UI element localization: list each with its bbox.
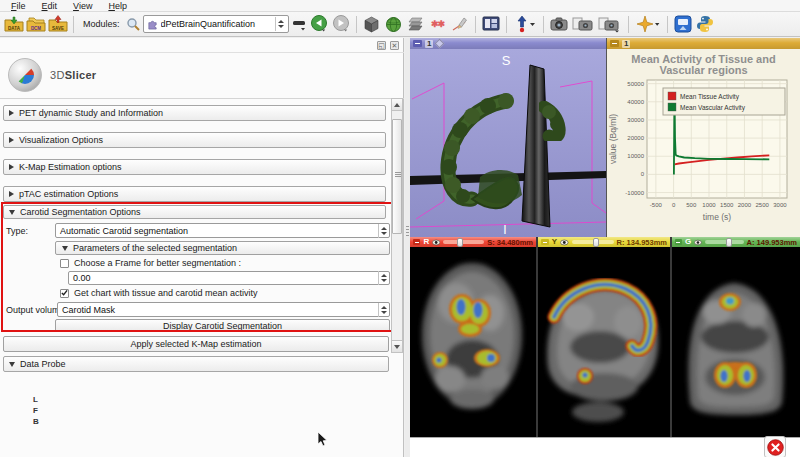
collapsed-arrow-icon (9, 110, 14, 116)
scrollbar-down-icon[interactable] (392, 340, 402, 352)
minimize-view-icon[interactable] (610, 40, 619, 47)
mouse-cursor (317, 431, 329, 447)
slice-offset-value: R: 134.953mm (617, 238, 667, 247)
chart-checkbox[interactable] (60, 289, 69, 298)
dicom-icon[interactable]: DCM (26, 14, 46, 34)
collapsed-arrow-icon (9, 164, 14, 170)
visibility-eye-icon[interactable] (432, 239, 440, 246)
scene-view-restore-icon[interactable] (597, 14, 623, 34)
section-kmap-estimation[interactable]: K-Map Estimation options (3, 159, 386, 175)
slice-green-header[interactable]: G A: 149.953mm (672, 237, 800, 247)
section-label: pTAC estimation Options (19, 189, 118, 199)
menu-view[interactable]: View (66, 1, 99, 11)
frame-spinbox[interactable]: 0.00 (68, 271, 390, 285)
undock-panel-icon[interactable]: ◱ (377, 41, 386, 50)
module-search-icon[interactable] (125, 14, 141, 34)
scene-cube-icon[interactable] (362, 14, 382, 34)
slider-handle[interactable] (457, 238, 463, 247)
close-error-log-button[interactable] (764, 436, 786, 457)
apply-kmap-estimation-button[interactable]: Apply selected K-Map estimation (3, 336, 389, 352)
panel-scrollbar[interactable] (391, 98, 403, 353)
minimize-view-icon[interactable] (413, 239, 420, 245)
chart-plot: -500050010001500200025003000-10000010000… (607, 76, 800, 226)
scene-view-capture-icon[interactable] (571, 14, 595, 34)
output-volume-value: Carotid Mask (58, 305, 378, 315)
carotid-segmentation-model (441, 93, 522, 208)
minimize-view-icon[interactable] (413, 40, 422, 47)
layout-selector-icon[interactable] (481, 14, 501, 34)
frame-spinbox-arrows[interactable] (378, 271, 389, 285)
coronal-slice-image[interactable] (672, 247, 800, 437)
minimize-view-icon[interactable] (541, 239, 549, 245)
activity-chart[interactable]: Mean Activity of Tissue and Vascular reg… (607, 49, 800, 237)
module-selector-combobox[interactable]: dPetBrainQuantification (143, 15, 289, 33)
section-visualization-options[interactable]: Visualization Options (3, 132, 386, 148)
menu-help[interactable]: Help (101, 1, 134, 11)
section-data-probe[interactable]: Data Probe (3, 356, 389, 372)
minimize-view-icon[interactable] (675, 239, 682, 245)
slice-red-header[interactable]: R S: 34.480mm (410, 237, 536, 247)
probe-layer-f-label: F (33, 406, 38, 415)
module-history-icon[interactable] (291, 14, 307, 34)
frame-checkbox[interactable] (60, 259, 69, 268)
screenshot-camera-icon[interactable] (549, 14, 569, 34)
menu-bar: File Edit View Help (0, 0, 800, 12)
menu-edit[interactable]: Edit (35, 1, 65, 11)
slice-offset-slider[interactable] (705, 240, 743, 244)
chart-checkbox-row: Get chart with tissue and carotid mean a… (60, 288, 258, 298)
section-pet-dynamic-study[interactable]: PET dynamic Study and Information (3, 105, 386, 121)
section-carotid-segmentation[interactable]: Carotid Segmentation Options (3, 205, 386, 219)
output-volume-spin[interactable] (378, 303, 389, 317)
chart-view-header[interactable]: 1 (607, 38, 800, 49)
ruler-pencil-icon[interactable] (450, 14, 470, 34)
status-bar (410, 437, 800, 457)
parameters-collapsible-button[interactable]: Parameters of the selected segmentation (55, 241, 390, 255)
slice-view-red: R S: 34.480mm (410, 237, 536, 437)
module-selector-value: dPetBrainQuantification (161, 19, 272, 29)
crosshair-navigation-icon[interactable] (512, 14, 538, 34)
segmentation-type-combobox[interactable]: Automatic Carotid segmentation (55, 223, 390, 238)
slice-offset-slider[interactable] (443, 240, 484, 244)
slider-handle[interactable] (726, 238, 732, 247)
close-panel-icon[interactable]: ✕ (390, 41, 399, 50)
view-3d-header[interactable]: 1 (410, 38, 606, 49)
section-label: Data Probe (20, 359, 66, 369)
apply-button-label: Apply selected K-Map estimation (130, 339, 261, 349)
axial-slice-image[interactable] (410, 247, 536, 437)
menu-file[interactable]: File (4, 1, 33, 11)
python-console-icon[interactable] (695, 14, 715, 34)
toolbar-separator (356, 16, 357, 33)
globe-icon[interactable] (384, 14, 404, 34)
visibility-eye-icon[interactable] (560, 239, 569, 246)
segmentation-type-spin[interactable] (378, 224, 389, 238)
history-forward-icon[interactable] (331, 14, 351, 34)
slice-yellow-header[interactable]: Y R: 134.953mm (538, 237, 670, 247)
crosshair-star-icon[interactable] (634, 14, 662, 34)
scrollbar-up-icon[interactable] (392, 99, 402, 111)
segmentation-type-value: Automatic Carotid segmentation (56, 226, 378, 236)
load-data-icon[interactable]: DATA (4, 14, 24, 34)
svg-text:40000: 40000 (627, 99, 644, 105)
svg-text:3000: 3000 (773, 202, 787, 208)
visibility-eye-icon[interactable] (694, 239, 702, 246)
fiducial-markers-icon[interactable]: ✱✱ (428, 14, 448, 34)
sagittal-slice-image[interactable] (538, 247, 670, 437)
output-volume-combobox[interactable]: Carotid Mask (57, 302, 390, 317)
display-carotid-segmentation-button[interactable]: Display Carotid Segmentation (55, 319, 390, 332)
history-back-icon[interactable] (309, 14, 329, 34)
pin-view-icon[interactable] (435, 39, 445, 49)
module-selector-spin[interactable] (275, 17, 286, 31)
slider-handle[interactable] (593, 238, 599, 247)
section-ptac-estimation[interactable]: pTAC estimation Options (3, 186, 386, 202)
modules-label: Modules: (83, 19, 120, 29)
save-icon[interactable]: SAVE (48, 14, 68, 34)
scrollbar-thumb[interactable] (392, 119, 402, 234)
extensions-manager-icon[interactable] (673, 14, 693, 34)
view-3d-scene[interactable]: S I (410, 49, 606, 237)
slice-name-label: G (685, 238, 691, 246)
chart-view: 1 Mean Activity of Tissue and Vascular r… (607, 38, 800, 237)
layers-icon[interactable] (406, 14, 426, 34)
slice-offset-slider[interactable] (572, 240, 614, 244)
frame-checkbox-row: Choose a Frame for better segmentation : (60, 258, 241, 268)
view-layout-area: 1 (410, 38, 800, 457)
